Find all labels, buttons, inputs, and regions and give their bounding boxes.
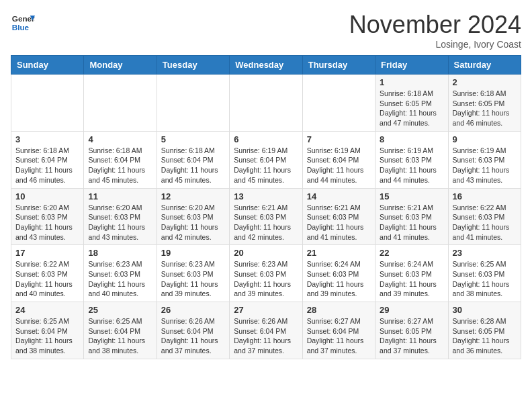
day-info: Sunrise: 6:19 AM Sunset: 6:03 PM Dayligh… xyxy=(380,146,443,185)
day-info: Sunrise: 6:19 AM Sunset: 6:04 PM Dayligh… xyxy=(234,146,298,185)
day-number: 24 xyxy=(15,305,79,315)
day-info: Sunrise: 6:26 AM Sunset: 6:04 PM Dayligh… xyxy=(234,316,298,356)
calendar-cell: 9Sunrise: 6:19 AM Sunset: 6:03 PM Daylig… xyxy=(448,131,521,188)
calendar-cell: 30Sunrise: 6:28 AM Sunset: 6:05 PM Dayli… xyxy=(448,302,521,359)
day-number: 22 xyxy=(380,248,443,258)
calendar-cell: 16Sunrise: 6:22 AM Sunset: 6:03 PM Dayli… xyxy=(448,188,521,245)
day-number: 15 xyxy=(380,191,443,201)
calendar-cell: 21Sunrise: 6:24 AM Sunset: 6:03 PM Dayli… xyxy=(302,245,375,302)
svg-text:General: General xyxy=(12,14,35,23)
weekday-header-saturday: Saturday xyxy=(448,56,521,75)
calendar-cell: 14Sunrise: 6:21 AM Sunset: 6:03 PM Dayli… xyxy=(302,188,375,245)
day-number: 6 xyxy=(234,134,298,144)
calendar-cell: 11Sunrise: 6:20 AM Sunset: 6:03 PM Dayli… xyxy=(84,188,157,245)
calendar-cell: 8Sunrise: 6:19 AM Sunset: 6:03 PM Daylig… xyxy=(375,131,448,188)
day-info: Sunrise: 6:25 AM Sunset: 6:04 PM Dayligh… xyxy=(88,316,152,356)
day-info: Sunrise: 6:18 AM Sunset: 6:04 PM Dayligh… xyxy=(15,146,79,185)
day-info: Sunrise: 6:23 AM Sunset: 6:03 PM Dayligh… xyxy=(161,259,225,299)
day-info: Sunrise: 6:18 AM Sunset: 6:05 PM Dayligh… xyxy=(380,89,443,128)
day-number: 16 xyxy=(453,191,517,201)
calendar-cell: 13Sunrise: 6:21 AM Sunset: 6:03 PM Dayli… xyxy=(230,188,302,245)
weekday-header-row: SundayMondayTuesdayWednesdayThursdayFrid… xyxy=(11,56,521,75)
day-info: Sunrise: 6:20 AM Sunset: 6:03 PM Dayligh… xyxy=(161,203,225,242)
calendar-cell: 18Sunrise: 6:23 AM Sunset: 6:03 PM Dayli… xyxy=(84,245,157,302)
calendar-week-row: 3Sunrise: 6:18 AM Sunset: 6:04 PM Daylig… xyxy=(11,131,521,188)
calendar-cell xyxy=(84,75,157,132)
weekday-header-friday: Friday xyxy=(375,56,448,75)
day-info: Sunrise: 6:18 AM Sunset: 6:04 PM Dayligh… xyxy=(161,146,225,185)
calendar-table: SundayMondayTuesdayWednesdayThursdayFrid… xyxy=(11,55,521,359)
day-info: Sunrise: 6:24 AM Sunset: 6:03 PM Dayligh… xyxy=(380,259,443,299)
calendar-cell: 25Sunrise: 6:25 AM Sunset: 6:04 PM Dayli… xyxy=(84,302,157,359)
calendar-cell: 19Sunrise: 6:23 AM Sunset: 6:03 PM Dayli… xyxy=(157,245,229,302)
day-info: Sunrise: 6:21 AM Sunset: 6:03 PM Dayligh… xyxy=(380,203,443,242)
day-info: Sunrise: 6:23 AM Sunset: 6:03 PM Dayligh… xyxy=(88,259,152,299)
logo-icon: General Blue xyxy=(11,11,35,35)
calendar-cell: 10Sunrise: 6:20 AM Sunset: 6:03 PM Dayli… xyxy=(11,188,84,245)
day-number: 20 xyxy=(234,248,298,258)
day-info: Sunrise: 6:19 AM Sunset: 6:03 PM Dayligh… xyxy=(453,146,517,185)
day-number: 23 xyxy=(453,248,517,258)
location: Losinge, Ivory Coast xyxy=(349,39,521,50)
calendar-cell xyxy=(302,75,375,132)
day-info: Sunrise: 6:18 AM Sunset: 6:04 PM Dayligh… xyxy=(88,146,152,185)
page-header: General Blue November 2024 Losinge, Ivor… xyxy=(11,11,521,50)
day-number: 21 xyxy=(307,248,371,258)
calendar-cell: 17Sunrise: 6:22 AM Sunset: 6:03 PM Dayli… xyxy=(11,245,84,302)
calendar-cell: 1Sunrise: 6:18 AM Sunset: 6:05 PM Daylig… xyxy=(375,75,448,132)
calendar-cell: 27Sunrise: 6:26 AM Sunset: 6:04 PM Dayli… xyxy=(230,302,302,359)
day-number: 13 xyxy=(234,191,298,201)
month-title: November 2024 xyxy=(349,11,521,39)
day-number: 10 xyxy=(15,191,79,201)
calendar-cell: 5Sunrise: 6:18 AM Sunset: 6:04 PM Daylig… xyxy=(157,131,229,188)
calendar-cell: 20Sunrise: 6:23 AM Sunset: 6:03 PM Dayli… xyxy=(230,245,302,302)
day-number: 3 xyxy=(15,134,79,144)
day-info: Sunrise: 6:27 AM Sunset: 6:04 PM Dayligh… xyxy=(307,316,371,356)
calendar-cell: 3Sunrise: 6:18 AM Sunset: 6:04 PM Daylig… xyxy=(11,131,84,188)
day-info: Sunrise: 6:21 AM Sunset: 6:03 PM Dayligh… xyxy=(307,203,371,242)
calendar-cell: 26Sunrise: 6:26 AM Sunset: 6:04 PM Dayli… xyxy=(157,302,229,359)
calendar-week-row: 10Sunrise: 6:20 AM Sunset: 6:03 PM Dayli… xyxy=(11,188,521,245)
day-number: 17 xyxy=(15,248,79,258)
calendar-cell: 4Sunrise: 6:18 AM Sunset: 6:04 PM Daylig… xyxy=(84,131,157,188)
day-info: Sunrise: 6:22 AM Sunset: 6:03 PM Dayligh… xyxy=(15,259,79,299)
day-info: Sunrise: 6:22 AM Sunset: 6:03 PM Dayligh… xyxy=(453,203,517,242)
weekday-header-wednesday: Wednesday xyxy=(230,56,302,75)
day-info: Sunrise: 6:27 AM Sunset: 6:05 PM Dayligh… xyxy=(380,316,443,356)
day-number: 30 xyxy=(453,305,517,315)
calendar-cell: 2Sunrise: 6:18 AM Sunset: 6:05 PM Daylig… xyxy=(448,75,521,132)
calendar-cell: 12Sunrise: 6:20 AM Sunset: 6:03 PM Dayli… xyxy=(157,188,229,245)
day-number: 5 xyxy=(161,134,225,144)
day-number: 19 xyxy=(161,248,225,258)
day-number: 25 xyxy=(88,305,152,315)
calendar-week-row: 17Sunrise: 6:22 AM Sunset: 6:03 PM Dayli… xyxy=(11,245,521,302)
day-number: 27 xyxy=(234,305,298,315)
day-number: 14 xyxy=(307,191,371,201)
calendar-cell: 24Sunrise: 6:25 AM Sunset: 6:04 PM Dayli… xyxy=(11,302,84,359)
day-info: Sunrise: 6:18 AM Sunset: 6:05 PM Dayligh… xyxy=(453,89,517,128)
weekday-header-monday: Monday xyxy=(84,56,157,75)
day-info: Sunrise: 6:26 AM Sunset: 6:04 PM Dayligh… xyxy=(161,316,225,356)
calendar-cell: 15Sunrise: 6:21 AM Sunset: 6:03 PM Dayli… xyxy=(375,188,448,245)
calendar-week-row: 24Sunrise: 6:25 AM Sunset: 6:04 PM Dayli… xyxy=(11,302,521,359)
calendar-cell: 6Sunrise: 6:19 AM Sunset: 6:04 PM Daylig… xyxy=(230,131,302,188)
calendar-week-row: 1Sunrise: 6:18 AM Sunset: 6:05 PM Daylig… xyxy=(11,75,521,132)
calendar-cell: 29Sunrise: 6:27 AM Sunset: 6:05 PM Dayli… xyxy=(375,302,448,359)
day-number: 1 xyxy=(380,77,443,87)
day-number: 12 xyxy=(161,191,225,201)
day-info: Sunrise: 6:20 AM Sunset: 6:03 PM Dayligh… xyxy=(88,203,152,242)
calendar-cell: 22Sunrise: 6:24 AM Sunset: 6:03 PM Dayli… xyxy=(375,245,448,302)
day-info: Sunrise: 6:20 AM Sunset: 6:03 PM Dayligh… xyxy=(15,203,79,242)
calendar-cell: 7Sunrise: 6:19 AM Sunset: 6:04 PM Daylig… xyxy=(302,131,375,188)
weekday-header-thursday: Thursday xyxy=(302,56,375,75)
day-number: 2 xyxy=(453,77,517,87)
weekday-header-sunday: Sunday xyxy=(11,56,84,75)
day-info: Sunrise: 6:28 AM Sunset: 6:05 PM Dayligh… xyxy=(453,316,517,356)
day-number: 18 xyxy=(88,248,152,258)
day-info: Sunrise: 6:21 AM Sunset: 6:03 PM Dayligh… xyxy=(234,203,298,242)
day-number: 26 xyxy=(161,305,225,315)
title-section: November 2024 Losinge, Ivory Coast xyxy=(349,11,521,50)
day-number: 8 xyxy=(380,134,443,144)
day-info: Sunrise: 6:23 AM Sunset: 6:03 PM Dayligh… xyxy=(234,259,298,299)
calendar-cell: 23Sunrise: 6:25 AM Sunset: 6:03 PM Dayli… xyxy=(448,245,521,302)
